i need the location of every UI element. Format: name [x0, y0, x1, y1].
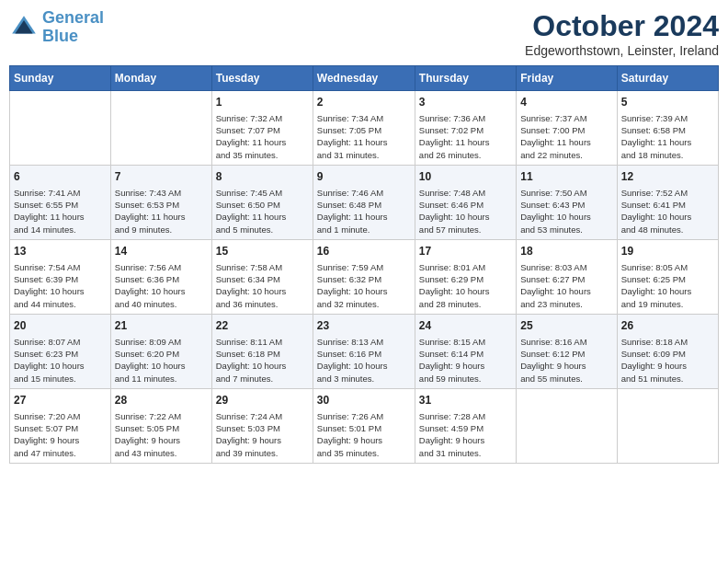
title-block: October 2024 Edgeworthstown, Leinster, I… — [525, 9, 719, 58]
day-number: 31 — [419, 393, 512, 408]
calendar-cell: 23Sunrise: 8:13 AM Sunset: 6:16 PM Dayli… — [313, 314, 415, 388]
day-number: 6 — [14, 169, 107, 185]
logo-text: General Blue — [42, 9, 104, 46]
weekday-monday: Monday — [110, 66, 211, 91]
day-number: 29 — [216, 393, 309, 408]
week-row-4: 20Sunrise: 8:07 AM Sunset: 6:23 PM Dayli… — [10, 314, 719, 388]
day-number: 23 — [317, 318, 411, 334]
day-info: Sunrise: 7:50 AM Sunset: 6:43 PM Dayligh… — [520, 187, 612, 236]
calendar-cell — [617, 388, 718, 463]
calendar-cell: 31Sunrise: 7:28 AM Sunset: 4:59 PM Dayli… — [415, 388, 516, 463]
day-info: Sunrise: 8:05 AM Sunset: 6:25 PM Dayligh… — [621, 261, 714, 310]
day-info: Sunrise: 7:32 AM Sunset: 7:07 PM Dayligh… — [216, 112, 309, 161]
day-number: 24 — [419, 318, 512, 334]
day-number: 21 — [115, 318, 208, 334]
day-number: 1 — [216, 95, 309, 110]
day-info: Sunrise: 7:45 AM Sunset: 6:50 PM Dayligh… — [216, 187, 309, 236]
day-info: Sunrise: 8:03 AM Sunset: 6:27 PM Dayligh… — [520, 261, 612, 310]
day-info: Sunrise: 8:07 AM Sunset: 6:23 PM Dayligh… — [14, 336, 107, 385]
calendar-cell: 1Sunrise: 7:32 AM Sunset: 7:07 PM Daylig… — [211, 91, 313, 166]
week-row-5: 27Sunrise: 7:20 AM Sunset: 5:07 PM Dayli… — [10, 388, 719, 463]
day-number: 16 — [317, 244, 411, 259]
day-info: Sunrise: 7:28 AM Sunset: 4:59 PM Dayligh… — [419, 410, 512, 459]
day-number: 3 — [419, 95, 512, 110]
calendar-cell: 27Sunrise: 7:20 AM Sunset: 5:07 PM Dayli… — [10, 388, 111, 463]
calendar-cell: 29Sunrise: 7:24 AM Sunset: 5:03 PM Dayli… — [211, 388, 313, 463]
calendar-cell — [110, 91, 211, 166]
weekday-saturday: Saturday — [617, 66, 718, 91]
calendar-cell — [517, 388, 617, 463]
day-info: Sunrise: 7:56 AM Sunset: 6:36 PM Dayligh… — [115, 261, 208, 310]
day-info: Sunrise: 8:11 AM Sunset: 6:18 PM Dayligh… — [216, 336, 309, 385]
day-info: Sunrise: 8:01 AM Sunset: 6:29 PM Dayligh… — [419, 261, 512, 310]
day-number: 10 — [419, 169, 512, 185]
day-info: Sunrise: 7:20 AM Sunset: 5:07 PM Dayligh… — [14, 410, 107, 459]
day-info: Sunrise: 7:34 AM Sunset: 7:05 PM Dayligh… — [317, 112, 411, 161]
weekday-thursday: Thursday — [415, 66, 516, 91]
logo: General Blue — [9, 9, 104, 46]
day-number: 8 — [216, 169, 309, 185]
weekday-wednesday: Wednesday — [313, 66, 415, 91]
weekday-tuesday: Tuesday — [211, 66, 313, 91]
calendar-cell: 18Sunrise: 8:03 AM Sunset: 6:27 PM Dayli… — [517, 239, 617, 314]
calendar-cell: 9Sunrise: 7:46 AM Sunset: 6:48 PM Daylig… — [313, 165, 415, 239]
calendar-cell: 24Sunrise: 8:15 AM Sunset: 6:14 PM Dayli… — [415, 314, 516, 388]
day-number: 4 — [520, 95, 612, 110]
day-info: Sunrise: 7:58 AM Sunset: 6:34 PM Dayligh… — [216, 261, 309, 310]
week-row-3: 13Sunrise: 7:54 AM Sunset: 6:39 PM Dayli… — [10, 239, 719, 314]
calendar-cell: 6Sunrise: 7:41 AM Sunset: 6:55 PM Daylig… — [10, 165, 111, 239]
day-number: 27 — [14, 393, 107, 408]
day-number: 28 — [115, 393, 208, 408]
calendar-cell: 17Sunrise: 8:01 AM Sunset: 6:29 PM Dayli… — [415, 239, 516, 314]
day-info: Sunrise: 8:09 AM Sunset: 6:20 PM Dayligh… — [115, 336, 208, 385]
day-number: 9 — [317, 169, 411, 185]
calendar-cell: 28Sunrise: 7:22 AM Sunset: 5:05 PM Dayli… — [110, 388, 211, 463]
day-number: 12 — [621, 169, 714, 185]
day-info: Sunrise: 7:59 AM Sunset: 6:32 PM Dayligh… — [317, 261, 411, 310]
calendar-cell: 26Sunrise: 8:18 AM Sunset: 6:09 PM Dayli… — [617, 314, 718, 388]
day-number: 11 — [520, 169, 612, 185]
calendar-cell: 15Sunrise: 7:58 AM Sunset: 6:34 PM Dayli… — [211, 239, 313, 314]
calendar-cell: 16Sunrise: 7:59 AM Sunset: 6:32 PM Dayli… — [313, 239, 415, 314]
day-number: 22 — [216, 318, 309, 334]
day-number: 15 — [216, 244, 309, 259]
day-number: 30 — [317, 393, 411, 408]
logo-icon — [9, 13, 39, 42]
day-info: Sunrise: 7:26 AM Sunset: 5:01 PM Dayligh… — [317, 410, 411, 459]
day-info: Sunrise: 7:37 AM Sunset: 7:00 PM Dayligh… — [520, 112, 612, 161]
day-info: Sunrise: 8:16 AM Sunset: 6:12 PM Dayligh… — [520, 336, 612, 385]
calendar-cell: 5Sunrise: 7:39 AM Sunset: 6:58 PM Daylig… — [617, 91, 718, 166]
day-info: Sunrise: 7:39 AM Sunset: 6:58 PM Dayligh… — [621, 112, 714, 161]
day-number: 19 — [621, 244, 714, 259]
day-info: Sunrise: 7:43 AM Sunset: 6:53 PM Dayligh… — [115, 187, 208, 236]
day-number: 2 — [317, 95, 411, 110]
calendar-body: 1Sunrise: 7:32 AM Sunset: 7:07 PM Daylig… — [10, 91, 719, 464]
calendar-cell: 20Sunrise: 8:07 AM Sunset: 6:23 PM Dayli… — [10, 314, 111, 388]
week-row-1: 1Sunrise: 7:32 AM Sunset: 7:07 PM Daylig… — [10, 91, 719, 166]
page-header: General Blue October 2024 Edgeworthstown… — [9, 9, 719, 58]
calendar-cell: 13Sunrise: 7:54 AM Sunset: 6:39 PM Dayli… — [10, 239, 111, 314]
day-info: Sunrise: 8:13 AM Sunset: 6:16 PM Dayligh… — [317, 336, 411, 385]
day-info: Sunrise: 7:52 AM Sunset: 6:41 PM Dayligh… — [621, 187, 714, 236]
month-title: October 2024 — [525, 9, 719, 43]
weekday-sunday: Sunday — [10, 66, 111, 91]
day-number: 14 — [115, 244, 208, 259]
day-info: Sunrise: 7:48 AM Sunset: 6:46 PM Dayligh… — [419, 187, 512, 236]
calendar-cell: 3Sunrise: 7:36 AM Sunset: 7:02 PM Daylig… — [415, 91, 516, 166]
calendar-cell: 30Sunrise: 7:26 AM Sunset: 5:01 PM Dayli… — [313, 388, 415, 463]
calendar-cell: 11Sunrise: 7:50 AM Sunset: 6:43 PM Dayli… — [517, 165, 617, 239]
week-row-2: 6Sunrise: 7:41 AM Sunset: 6:55 PM Daylig… — [10, 165, 719, 239]
day-number: 18 — [520, 244, 612, 259]
day-info: Sunrise: 8:18 AM Sunset: 6:09 PM Dayligh… — [621, 336, 714, 385]
calendar-cell: 14Sunrise: 7:56 AM Sunset: 6:36 PM Dayli… — [110, 239, 211, 314]
calendar-cell: 7Sunrise: 7:43 AM Sunset: 6:53 PM Daylig… — [110, 165, 211, 239]
calendar-cell: 21Sunrise: 8:09 AM Sunset: 6:20 PM Dayli… — [110, 314, 211, 388]
day-number: 17 — [419, 244, 512, 259]
calendar-cell: 22Sunrise: 8:11 AM Sunset: 6:18 PM Dayli… — [211, 314, 313, 388]
day-info: Sunrise: 8:15 AM Sunset: 6:14 PM Dayligh… — [419, 336, 512, 385]
day-number: 20 — [14, 318, 107, 334]
calendar-cell: 19Sunrise: 8:05 AM Sunset: 6:25 PM Dayli… — [617, 239, 718, 314]
day-info: Sunrise: 7:41 AM Sunset: 6:55 PM Dayligh… — [14, 187, 107, 236]
location: Edgeworthstown, Leinster, Ireland — [525, 43, 719, 58]
day-info: Sunrise: 7:36 AM Sunset: 7:02 PM Dayligh… — [419, 112, 512, 161]
